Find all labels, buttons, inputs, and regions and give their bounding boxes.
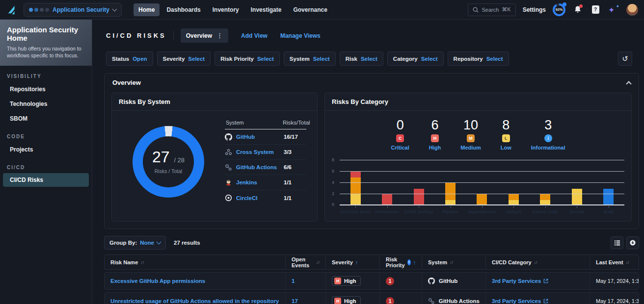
last-event-value: May 17, 2024, 1:36 [590, 293, 639, 304]
sort-icon[interactable]: ↓↑ [140, 260, 144, 265]
col-open-events[interactable]: Open Events↓↑ [285, 255, 325, 269]
app-switcher[interactable]: Application Security [24, 3, 122, 17]
filter-category-value: Select [421, 56, 438, 62]
open-events-value[interactable]: 17 [292, 298, 298, 304]
tab-overview[interactable]: Overview ⋮ [181, 28, 228, 43]
stat-critical-label[interactable]: Critical [391, 145, 409, 151]
category-link[interactable]: 3rd Party Services [492, 298, 548, 304]
sort-asc-icon[interactable]: ↑ [413, 259, 416, 265]
security-score-badge[interactable]: 92% [553, 3, 565, 16]
sort-icon[interactable]: ↓↑ [450, 260, 453, 265]
app-switcher-label: Application Security [53, 6, 109, 13]
overview-panel-header: Overview [105, 74, 639, 92]
filter-category[interactable]: Category Select [387, 51, 444, 66]
col-risk-name[interactable]: Risk Name↓↑ [105, 255, 285, 269]
risks-table: Risk Name↓↑ Open Events↓↑ Severity↑ Risk… [104, 254, 639, 304]
category-link[interactable]: 3rd Party Services [492, 278, 548, 284]
ai-assistant-button[interactable]: ✦ ✦ [608, 4, 619, 16]
group-by-value: None [140, 240, 154, 246]
circleci-icon [225, 194, 232, 202]
col-system[interactable]: System↓↑ [422, 255, 485, 269]
stat-high-count: 6 [431, 119, 439, 132]
help-button[interactable]: ? [590, 4, 601, 15]
nav-item-inventory[interactable]: Inventory [208, 3, 244, 16]
sidebar-item-technologies[interactable]: Technologies [0, 97, 92, 111]
filter-risk-priority[interactable]: Risk Priority Select [215, 51, 280, 66]
x-category-label: CI/CD Settings [403, 209, 434, 214]
info-icon[interactable]: i [407, 259, 411, 265]
system-link-cross-system[interactable]: Cross System [236, 149, 274, 155]
open-events-value[interactable]: 1 [292, 278, 295, 284]
stat-high: 6 H High [429, 119, 441, 151]
reset-filters-button[interactable]: ↺ [618, 51, 632, 66]
product-logo-icon[interactable] [6, 3, 19, 16]
sort-icon[interactable]: ↓↑ [626, 260, 629, 265]
stat-high-label[interactable]: High [429, 145, 441, 151]
filter-severity[interactable]: Severity Select [157, 51, 211, 66]
bar-group [435, 160, 466, 205]
global-search-input[interactable]: Search ⌘K [468, 3, 515, 16]
x-tickmark [419, 206, 419, 208]
bar-group [340, 160, 371, 205]
sidebar-item-sbom[interactable]: SBOM [0, 111, 92, 126]
stat-low-label[interactable]: Low [501, 145, 511, 151]
sidebar-item-repositories[interactable]: Repositories [0, 82, 92, 97]
system-value-github-actions: 6/6 [284, 164, 306, 170]
filter-risk-value: Select [361, 56, 377, 62]
system-value-cross-system: 3/3 [284, 149, 306, 155]
gridline: 8 [340, 160, 624, 160]
system-link-github-actions[interactable]: GitHub Actions [236, 164, 277, 170]
stat-informational-label[interactable]: Informational [531, 145, 565, 151]
table-row[interactable]: Unrestricted usage of GitHub Actions all… [104, 292, 639, 304]
nav-item-dashboards[interactable]: Dashboards [161, 3, 205, 16]
settings-button[interactable]: Settings [523, 6, 546, 13]
table-row[interactable]: Excessive GitHub App permissions 1 HHigh… [104, 272, 639, 290]
add-view-button[interactable]: Add View [241, 32, 268, 39]
filter-repository-label: Repository [454, 56, 483, 62]
sidebar-item-projects[interactable]: Projects [0, 142, 92, 157]
manage-views-button[interactable]: Manage Views [280, 32, 321, 39]
filter-system[interactable]: System Select [284, 51, 336, 66]
y-tick-label: 0 [332, 202, 334, 207]
risks-by-category-title: Risks By Category [325, 93, 631, 111]
chevron-down-icon [112, 6, 117, 11]
risk-name-link[interactable]: Unrestricted usage of GitHub Actions all… [110, 298, 279, 304]
col-cicd-category[interactable]: CI/CD Category↓↑ [485, 255, 590, 269]
notifications-button[interactable] [572, 4, 583, 15]
sort-asc-icon[interactable]: ↑ [355, 259, 358, 265]
col-last-event[interactable]: Last Event↓↑ [590, 255, 639, 269]
stat-medium-label[interactable]: Medium [460, 145, 481, 151]
sidebar-item-cicd-risks[interactable]: CI/CD Risks [3, 173, 89, 187]
table-settings-button[interactable] [611, 236, 623, 249]
bar-group [562, 160, 592, 205]
sort-icon[interactable]: ↓↑ [534, 260, 537, 265]
user-avatar[interactable] [626, 4, 638, 16]
bar-segment-medium [540, 194, 550, 200]
x-category-label: Build [593, 209, 624, 214]
filter-status[interactable]: Status Open [106, 51, 153, 66]
page-title: CI/CD RISKS [106, 32, 166, 39]
risks-by-category-card: Risks By Category 0 C Critical 6 H High … [324, 93, 632, 222]
col-severity[interactable]: Severity↑ [325, 255, 379, 269]
sort-icon[interactable]: ↓↑ [316, 260, 320, 265]
risk-name-link[interactable]: Excessive GitHub App permissions [110, 278, 205, 284]
col-risk-priority[interactable]: Risk Priorityi↑ [379, 255, 422, 269]
y-tick-label: 8 [332, 157, 334, 162]
nav-item-investigate[interactable]: Investigate [246, 3, 287, 16]
group-by-dropdown[interactable]: Group By: None [104, 236, 166, 250]
kebab-menu-icon[interactable]: ⋮ [216, 32, 223, 39]
filter-risk[interactable]: Risk Select [340, 51, 383, 66]
system-link-circleci[interactable]: CircleCI [236, 195, 257, 201]
filter-repository[interactable]: Repository Select [448, 51, 509, 66]
collapse-chevron-icon[interactable] [626, 81, 631, 86]
nav-item-home[interactable]: Home [134, 3, 160, 16]
donut-value: 27 / 28 [152, 149, 185, 165]
filter-category-label: Category [393, 56, 418, 62]
tab-overview-label: Overview [186, 32, 212, 39]
system-link-jenkins[interactable]: Jenkins [236, 179, 257, 185]
system-link-github[interactable]: GitHub [236, 134, 255, 140]
download-button[interactable] [626, 236, 639, 249]
nav-item-governance[interactable]: Governance [288, 3, 332, 16]
x-tickmark [355, 206, 356, 208]
category-bars [340, 160, 624, 205]
